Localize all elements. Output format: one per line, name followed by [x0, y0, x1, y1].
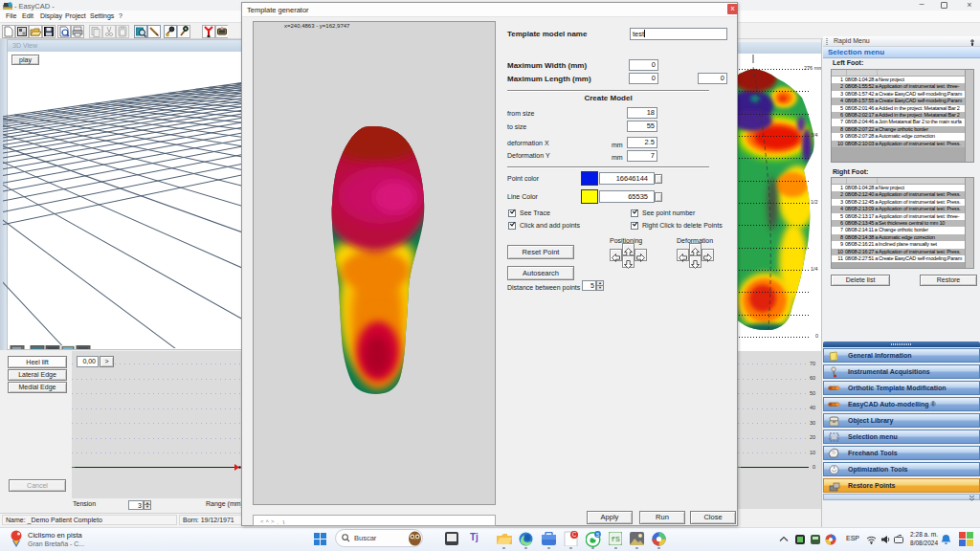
- svg-text:fS: fS: [611, 535, 620, 543]
- svg-text:C: C: [572, 531, 577, 538]
- svg-text:5: 5: [596, 532, 599, 538]
